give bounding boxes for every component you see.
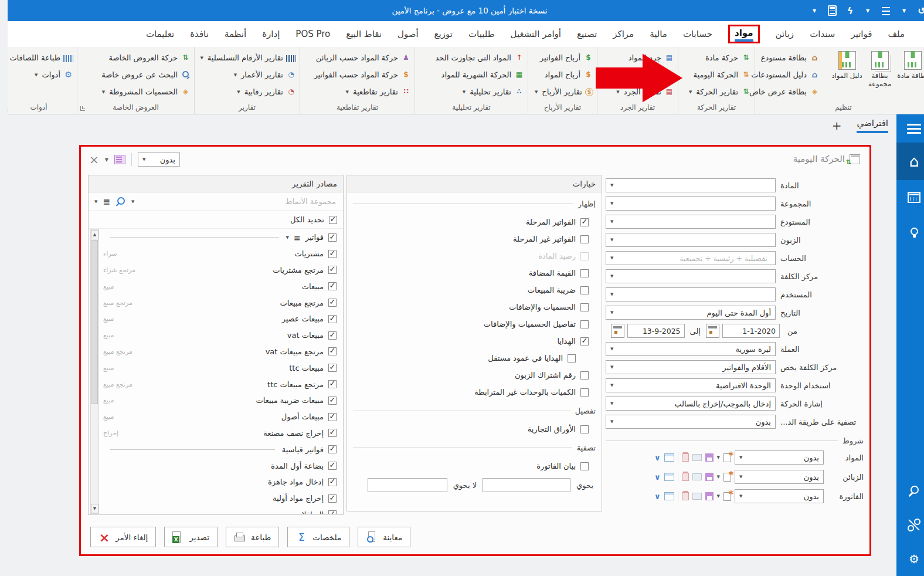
field-dropdown[interactable]: الأقلام والفواتير ▼: [598, 360, 768, 374]
checkbox[interactable]: [573, 320, 581, 328]
option-row[interactable]: الهدايا: [345, 333, 588, 350]
action-button[interactable]: طباعة: [218, 527, 271, 547]
date-to-input[interactable]: [620, 324, 677, 338]
checkbox[interactable]: [321, 429, 329, 437]
list-menu-icon[interactable]: ≡: [286, 233, 293, 242]
not-contains-input[interactable]: [360, 478, 440, 492]
menu-tab[interactable]: تصنيع: [569, 29, 589, 39]
dropdown-icon[interactable]: ▼: [709, 455, 712, 460]
ribbon-item[interactable]: أرباح المواد ▼: [527, 66, 586, 83]
checkbox[interactable]: [560, 354, 568, 362]
source-row[interactable]: فواتير قياسية ≡ ▼: [81, 441, 335, 458]
new-filter-icon[interactable]: [716, 473, 723, 482]
checkbox[interactable]: [321, 478, 329, 486]
calendar-icon[interactable]: [603, 324, 617, 338]
menu-tab[interactable]: تعليمات: [138, 29, 167, 39]
checkbox[interactable]: [321, 462, 329, 470]
menu-tab[interactable]: حسابات: [675, 29, 705, 39]
field-dropdown[interactable]: ▼: [598, 178, 768, 192]
menu-tab[interactable]: طلبيات: [461, 29, 487, 39]
checkbox[interactable]: [321, 331, 329, 340]
scrollbar-thumb[interactable]: [84, 240, 90, 404]
checkbox[interactable]: [321, 380, 329, 388]
checkbox[interactable]: [573, 252, 581, 260]
source-row[interactable]: مرتجع مشتريات ≡ ▼ مرتجع شراء: [81, 262, 335, 279]
ribbon-item[interactable]: طباعة اللصاقات ▼: [2, 49, 66, 66]
dialog-launcher-icon[interactable]: [0, 106, 1, 111]
settings-button[interactable]: ⚙: [889, 542, 924, 576]
chevron-down-icon[interactable]: ▼: [603, 347, 606, 351]
source-row[interactable]: مبيعات ≡ ▼ مبيع: [81, 278, 335, 294]
delete-icon[interactable]: [674, 492, 681, 500]
rename-icon[interactable]: [685, 454, 694, 461]
field-dropdown[interactable]: أول المدة حتى اليوم ▼: [598, 306, 768, 320]
checkbox[interactable]: [573, 269, 581, 277]
action-button[interactable]: إلغاء الأمر: [83, 527, 148, 547]
chevron-down-icon[interactable]: ▼: [603, 401, 606, 406]
chevron-down-icon[interactable]: ▼: [603, 365, 606, 370]
dropdown-icon[interactable]: ▼: [892, 8, 901, 13]
source-row[interactable]: مبيعات ضريبة مبيعات ≡ ▼ مبيع: [81, 392, 335, 409]
ribbon-item[interactable]: تقارير تقاطعية ▼: [306, 83, 403, 100]
pattern-group-input[interactable]: [132, 196, 329, 206]
menu-tab[interactable]: أصول: [390, 29, 411, 39]
ribbon-item[interactable]: بطاقة مستودع ▼: [742, 49, 812, 66]
option-row[interactable]: تفاصيل الحسميات والإضافات: [345, 316, 588, 333]
new-filter-icon[interactable]: [716, 453, 723, 462]
rename-icon[interactable]: [685, 473, 694, 480]
option-row[interactable]: الكميات بالوحدات غير المترابطة: [345, 384, 588, 401]
delete-icon[interactable]: [674, 453, 681, 462]
ribbon-item[interactable]: أرباح الفواتير ▼: [527, 49, 586, 66]
option-row[interactable]: القيمة المضافة: [345, 265, 588, 282]
ribbon-big-button[interactable]: بطاقة مادة: [889, 49, 920, 101]
source-row[interactable]: مبيعات ttc ≡ ▼ مبيع: [81, 360, 335, 376]
menu-tab[interactable]: زبائن: [768, 29, 787, 39]
dropdown-icon[interactable]: ▼: [709, 475, 712, 479]
chevron-down-icon[interactable]: ▼: [732, 494, 735, 499]
checkbox[interactable]: [573, 286, 581, 294]
share-button[interactable]: [889, 508, 924, 542]
checkbox[interactable]: [321, 216, 329, 224]
checkbox[interactable]: [321, 299, 329, 307]
option-row[interactable]: رقم اشتراك الزبون: [345, 367, 588, 384]
add-tab-button[interactable]: +: [824, 118, 834, 133]
option-row[interactable]: الهدايا في عمود مستقل: [345, 350, 588, 367]
chevron-down-icon[interactable]: ▼: [603, 256, 606, 260]
source-row[interactable]: مبيعات vat ≡ ▼ مبيع: [81, 327, 335, 344]
option-row[interactable]: ضريبة المبيعات: [345, 282, 588, 299]
dropdown-icon[interactable]: ▼: [97, 157, 101, 162]
dropdown-icon[interactable]: ▼: [856, 8, 864, 13]
list-menu-icon[interactable]: ≡: [95, 196, 103, 207]
dropdown-icon[interactable]: ▼: [803, 8, 811, 13]
history-icon[interactable]: ↺: [910, 5, 918, 16]
date-from-input[interactable]: [715, 324, 772, 338]
menu-tab[interactable]: فواتير: [843, 29, 864, 39]
action-button[interactable]: تصدير: [157, 527, 210, 547]
quick-calc-icon[interactable]: ϟ: [838, 5, 847, 16]
checkbox[interactable]: [321, 315, 329, 323]
rename-icon[interactable]: [685, 493, 694, 500]
option-row[interactable]: رصيد المادة: [345, 248, 588, 265]
condition-dropdown[interactable]: بدون ▼: [727, 450, 816, 465]
checkbox[interactable]: [573, 388, 581, 397]
source-row[interactable]: مبيعات أصول ≡ ▼ مبيع: [81, 409, 335, 425]
field-dropdown[interactable]: بدون ▼: [598, 415, 768, 429]
checkbox[interactable]: [321, 266, 329, 274]
source-row[interactable]: مبيعات عصير ≡ ▼ مبيع: [81, 311, 335, 327]
ribbon-item[interactable]: تقارير الأعمار ▼: [192, 66, 288, 83]
checkbox[interactable]: [573, 337, 581, 345]
condition-dropdown[interactable]: بدون ▼: [727, 489, 816, 503]
dropdown-icon[interactable]: ▼: [709, 494, 712, 499]
menu-tab[interactable]: أنظمة: [217, 29, 239, 39]
source-row[interactable]: إدخال مواد جاهزة ≡ ▼: [81, 474, 335, 490]
chevron-down-icon[interactable]: ▼: [603, 310, 606, 315]
source-row[interactable]: إخراج نصف مصنعة ≡ ▼ إخراج: [81, 425, 335, 442]
field-dropdown[interactable]: ▼: [598, 196, 768, 211]
ribbon-item[interactable]: الحركة اليومية ▼: [681, 66, 743, 83]
chevron-down-icon[interactable]: ∨: [647, 473, 653, 482]
ribbon-item[interactable]: تقارير الأرباح ▼: [527, 83, 586, 100]
ribbon-big-button[interactable]: بطاقة مجموعة: [857, 49, 888, 101]
calendar-button[interactable]: [889, 180, 924, 214]
ribbon-item[interactable]: حركة العروض الخاصة ▼: [94, 49, 183, 66]
action-button[interactable]: ملخصات: [280, 527, 342, 547]
